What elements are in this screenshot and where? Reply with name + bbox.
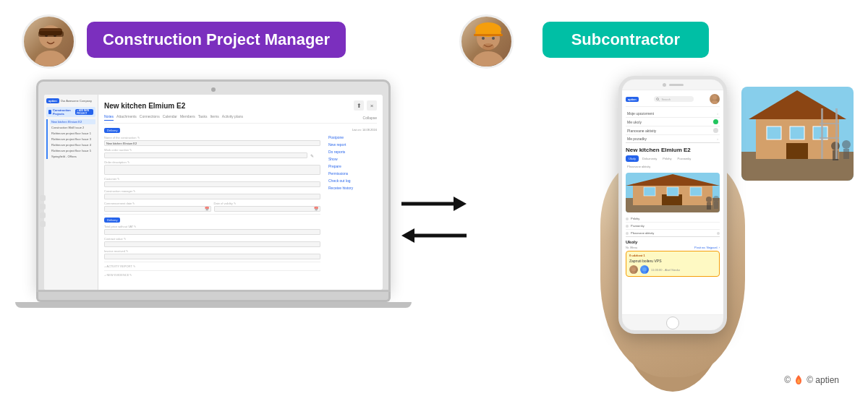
phone-tab-dokumenty[interactable]: Dokumenty — [640, 155, 659, 162]
footer-copyright: © © aptien — [784, 374, 839, 386]
tab-attachments[interactable]: Attachments — [116, 114, 137, 121]
task-avatar-1 — [629, 265, 638, 274]
svg-point-53 — [642, 272, 647, 274]
add-project-badge[interactable]: + ADD NEW PROJECT — [75, 109, 93, 115]
nav-item-activities[interactable]: Planovane aktivity — [626, 126, 720, 135]
project-item-6[interactable]: Springfield - Offices — [50, 154, 95, 159]
project-item-4[interactable]: Richtmove project floor Issue 4 — [50, 142, 95, 147]
activity-section: + ACTIVITY REPORT ✎ — [104, 262, 320, 268]
nav-item-requests[interactable]: Me pozadky › — [626, 135, 720, 143]
tab-members[interactable]: Members — [180, 114, 195, 121]
phone-list-3: Planovane aktivity — [626, 230, 720, 237]
left-arrow-svg — [401, 225, 467, 246]
field-dates: Commencement date ✎ 📅 Date of validity ✎… — [104, 202, 320, 212]
svg-point-11 — [472, 51, 504, 69]
project-item-5[interactable]: Richtmove project floor Issue 5 — [50, 148, 95, 153]
svg-point-36 — [712, 95, 717, 100]
phone-tab-prilohy[interactable]: Prilohy — [660, 155, 673, 162]
left-avatar — [22, 14, 76, 69]
project-list: New kitchen Elmium E2 Construction Wall … — [46, 119, 95, 159]
phone-bottom-bar — [622, 314, 723, 330]
svg-point-37 — [711, 100, 718, 104]
tab-activity[interactable]: Activity plans — [222, 114, 243, 121]
manager-avatar-svg — [24, 17, 76, 69]
screen-main: New kitchen Elmium E2 ⬆ × Notes Attachme… — [98, 95, 383, 290]
field-customer: Customer ✎ — [104, 177, 320, 187]
svg-rect-43 — [644, 187, 655, 196]
main-title-row: New kitchen Elmium E2 ⬆ × — [104, 100, 377, 111]
tasks-dot — [713, 119, 718, 124]
phone-container: aptien Search Moje upozorneni › Me — [618, 76, 727, 334]
svg-point-50 — [631, 267, 636, 272]
right-title-badge: Subcontractor — [542, 22, 709, 58]
field-row-2: Work order number ✎ ✎ — [104, 148, 320, 158]
svg-line-35 — [659, 100, 660, 100]
tab-notes[interactable]: Notes — [104, 114, 114, 121]
collapse-btn[interactable]: Collapse — [363, 114, 377, 121]
phone-tabs: Ukoly Dokumenty Prilohy Poznamky Planova… — [626, 155, 720, 170]
svg-rect-49 — [714, 202, 718, 209]
phone-tasks-label: Ukoly — [626, 240, 720, 244]
action-receive[interactable]: Receive history — [326, 184, 377, 191]
upload-icon[interactable]: ⬆ — [354, 100, 364, 111]
svg-rect-31 — [835, 108, 838, 159]
svg-rect-45 — [690, 187, 702, 196]
svg-point-52 — [642, 267, 647, 272]
field-description: Order description ✎ — [104, 160, 320, 175]
phone-header: aptien Search — [626, 94, 720, 107]
building-image — [741, 87, 854, 181]
delivery-badge: Delivery — [104, 218, 120, 223]
project-form: Delivery Name of the construction ✎ New … — [104, 128, 320, 277]
nav-item-tasks[interactable]: Me ukoly — [626, 118, 720, 126]
action-show[interactable]: Show — [326, 155, 377, 163]
action-check-log[interactable]: Check out log — [326, 177, 377, 184]
phone-device: aptien Search Moje upozorneni › Me — [618, 76, 727, 334]
search-icon — [656, 98, 660, 101]
action-new-report[interactable]: New report — [326, 141, 377, 148]
field-row-2-icons: ✎ — [310, 148, 320, 158]
actions-column: List on: 14.08.2024 Postpone New report … — [326, 128, 377, 277]
action-postpone[interactable]: Postpone — [326, 134, 377, 141]
action-prepare[interactable]: Prepare — [326, 163, 377, 170]
left-title-text: Construction Project Manager — [103, 30, 330, 48]
form-and-actions: Delivery Name of the construction ✎ New … — [104, 128, 377, 277]
action-permissions[interactable]: Permissions — [326, 170, 377, 177]
tab-tasks[interactable]: Tasks — [198, 114, 208, 121]
tab-calendar[interactable]: Calendar — [163, 114, 177, 121]
tab-connections[interactable]: Connections — [140, 114, 160, 121]
project-item-active[interactable]: New kitchen Elmium E2 — [50, 119, 95, 124]
project-item-1[interactable]: Construction Wall Issue 2 — [50, 125, 95, 130]
action-do-reports[interactable]: Do reports — [326, 148, 377, 155]
right-avatar — [459, 14, 514, 69]
copyright-symbol: © — [784, 375, 791, 385]
phone-tab-aktivity[interactable]: Planovane aktivity — [626, 163, 652, 170]
svg-point-17 — [482, 43, 494, 51]
status-row: Delivery — [104, 128, 320, 133]
screen-sidebar: aptien Our Awesome Company Construction … — [44, 95, 98, 290]
phone-top-bar — [622, 79, 723, 90]
title-actions: ⬆ × — [354, 100, 377, 111]
laptop-screen: aptien Our Awesome Company Construction … — [44, 95, 383, 290]
svg-rect-23 — [790, 126, 804, 139]
right-arrow-svg — [401, 194, 467, 214]
phone-list-1: Prilohy — [626, 215, 720, 223]
svg-rect-44 — [667, 187, 678, 196]
phone-tab-poznamky[interactable]: Poznamky — [675, 155, 693, 162]
project-item-2[interactable]: Richtmove project floor Issue 1 — [50, 131, 95, 136]
svg-rect-22 — [767, 126, 781, 139]
right-title-text: Subcontractor — [571, 30, 680, 48]
laptop-bottom — [15, 302, 412, 308]
phone-tab-ukoly[interactable]: Ukoly — [626, 155, 639, 162]
icon-3 — [44, 212, 46, 218]
project-item-3[interactable]: Richtmove project floor Issue 3 — [50, 137, 95, 142]
svg-point-28 — [842, 140, 851, 149]
close-icon[interactable]: × — [367, 100, 377, 111]
svg-point-46 — [706, 197, 712, 202]
phone-camera — [663, 83, 666, 87]
phone-task-badge: 0 udzkost 1 Zapnuti boileru VPS 11:00:00… — [626, 251, 720, 277]
tab-items[interactable]: Items — [210, 114, 219, 121]
sidebar-projects-nav[interactable]: Construction Projects + ADD NEW PROJECT — [46, 107, 95, 117]
phone-home-button[interactable] — [666, 317, 679, 330]
nav-item-notifications[interactable]: Moje upozorneni › — [626, 110, 720, 118]
phone-search[interactable]: Search — [654, 96, 694, 102]
